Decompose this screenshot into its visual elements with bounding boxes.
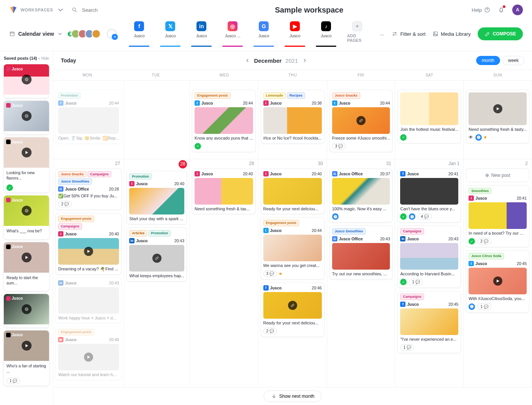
yt-icon: ▶ [58, 337, 63, 342]
saved-post[interactable]: JuscoLooking for new flavors...✓ [4, 137, 49, 192]
svg-point-12 [25, 209, 28, 212]
post-card[interactable]: Promotioni Jusco20:40Start your day with… [127, 171, 187, 225]
saved-post[interactable]: Jusco [4, 101, 49, 134]
calendar-cell[interactable]: Engagement postst Jusco20:44Know any avo… [190, 81, 258, 159]
calendar-cell[interactable]: Jan 1f Jusco20:41Can't have the blues on… [395, 159, 464, 388]
tab-label: Jusco [290, 33, 301, 38]
channel-tab-tw[interactable]: 𝕏Jusco [160, 21, 180, 46]
calendar-cell[interactable]: 28Promotioni Jusco20:40Start your day wi… [124, 159, 190, 388]
channel-tab-yt[interactable]: ▶Jusco [285, 21, 305, 46]
post-thumbnail [195, 107, 253, 134]
chevron-right-icon[interactable] [302, 57, 308, 64]
play-icon [22, 341, 32, 351]
post-card[interactable]: Campaignsf Jusco20:45"I've never experie… [397, 291, 461, 353]
tag-pill: Promotion [148, 230, 171, 237]
channel-tab-fb[interactable]: fJusco [129, 21, 149, 46]
calendar-cell[interactable]: Need something fresh & tasty...👁🕒 [464, 81, 532, 159]
post-time: 20:43 [380, 237, 390, 241]
tw-icon: t [469, 261, 474, 266]
post-card[interactable]: ArticlesPromotionin Jusco20:43What keeps… [127, 227, 187, 281]
calendar-cell[interactable]: Jusco Snackst Jusco20:44Freeze some #Jus… [327, 81, 396, 159]
post-card[interactable]: i Jusco20:40Need something fresh & tas..… [192, 168, 256, 214]
scheduled-badge: 🕒 [332, 213, 339, 220]
month-pill[interactable]: month [476, 56, 500, 65]
calendar-cell[interactable]: 2⊕ New postSmoothiesi Jusco20:41In need … [464, 159, 532, 388]
post-card[interactable]: Engagement postst Jusco20:44Know any avo… [192, 90, 256, 152]
calendar-cell[interactable]: 30i Jusco20:40Ready for your next delici… [258, 159, 327, 388]
ig-icon: i [263, 171, 269, 176]
post-card[interactable]: Smoothiesi Jusco20:41In need of a boost?… [466, 185, 529, 248]
post-card[interactable]: Jusco SnacksCampaignsJusco SmoothiesG Ju… [55, 168, 122, 210]
week-pill[interactable]: week [502, 56, 524, 65]
more-menu[interactable]: … [380, 31, 385, 37]
tw-icon: t [195, 100, 200, 106]
period-switch: month week [476, 56, 524, 65]
post-thumbnail [263, 107, 322, 134]
show-next-month[interactable]: Show next month [264, 391, 322, 402]
svg-point-0 [73, 8, 76, 11]
channel-tab-tk[interactable]: ♪Jusco [316, 21, 336, 46]
compose-button[interactable]: COMPOSE [478, 27, 523, 40]
post-card[interactable]: Promotionf Jusco20:44Open. 🥤Sip. 😊Smile.… [55, 90, 122, 144]
svg-point-9 [26, 115, 27, 117]
post-thumbnail [400, 178, 458, 205]
help-link[interactable]: Help [472, 7, 490, 13]
new-post-button[interactable]: ⊕ New post [466, 168, 529, 182]
media-library[interactable]: Media Library [432, 31, 471, 37]
channel-tab-ig[interactable]: ◎Jusco ... [222, 21, 243, 46]
svg-point-6 [434, 33, 435, 33]
post-card[interactable]: f Jusco20:46Ready for your next deliciou… [261, 283, 325, 337]
post-card[interactable]: G Jusco Office20:37100% magic. Now it's … [329, 168, 393, 223]
logo[interactable]: WORKSPACES [9, 6, 65, 14]
post-card[interactable]: Engagement posts▶ Jusco20:40Watch our tu… [55, 326, 122, 380]
post-card[interactable]: Campaignsin Jusco20:43According to Harva… [397, 226, 461, 288]
saved-post[interactable]: Jusco [4, 294, 49, 327]
post-card[interactable]: f Jusco20:41Can't have the blues once y.… [397, 168, 461, 223]
calendar-cell[interactable]: Join the hottest music festival...✓ [395, 81, 464, 159]
avatar[interactable]: A [512, 5, 523, 15]
search[interactable] [71, 7, 147, 13]
g-icon: G [332, 236, 337, 241]
calendar-cell[interactable]: 27Jusco SnacksCampaignsJusco SmoothiesG … [53, 159, 124, 388]
channel-tab-li[interactable]: inJusco [191, 21, 212, 46]
play-icon [22, 253, 32, 262]
post-card[interactable]: Engagement postsCampaignsi Jusco20:40Dre… [55, 213, 122, 274]
post-thumbnail [263, 292, 322, 319]
tw-icon: 𝕏 [165, 21, 175, 31]
post-card[interactable]: Need something fresh & tasty...👁🕒 [466, 90, 529, 143]
saved-post[interactable]: Jusco [4, 64, 49, 98]
post-card[interactable]: LemonadeRecipesi Jusco20:38#Ice or No Ic… [261, 90, 325, 144]
target-icon [22, 206, 32, 216]
calendar-cell[interactable]: 29i Jusco20:40Need something fresh & tas… [190, 159, 258, 388]
search-input[interactable] [81, 7, 147, 13]
calendar-cell[interactable]: 31G Jusco Office20:37100% magic. Now it'… [327, 159, 396, 388]
post-card[interactable]: Engagement postst Jusco20:44We wanna see… [261, 217, 325, 280]
calendar-cell[interactable]: LemonadeRecipesi Jusco20:38#Ice or No Ic… [258, 81, 327, 159]
hide-sidebar[interactable]: « Hide [38, 56, 49, 60]
scheduled-badge: 🕒 [469, 303, 475, 310]
view-switcher[interactable]: Calendar view [9, 31, 63, 37]
post-card[interactable]: in Jusco20:43Work happy hour + Jusco = d… [55, 278, 122, 324]
fb-icon: f [400, 302, 405, 307]
saved-post[interactable]: JuscoWhat's ___ nna be? [4, 195, 49, 239]
post-card[interactable]: Join the hottest music festival...✓ [397, 90, 461, 143]
add-collaborator[interactable] [107, 29, 117, 39]
post-time: 20:40 [109, 337, 119, 342]
post-card[interactable]: Jusco SmoothiesG Jusco Office20:43Try ou… [329, 226, 393, 280]
chevron-left-icon[interactable] [244, 57, 250, 64]
channel-tab-g[interactable]: GJusco [253, 21, 274, 46]
today-button[interactable]: Today [61, 57, 76, 64]
add-pages-button[interactable]: ＋ADD PAGES [347, 21, 367, 46]
notifications[interactable] [498, 6, 505, 14]
post-card[interactable]: Jusco Citrus Sodat Jusco20:45With #Jusco… [466, 250, 529, 313]
saved-post[interactable]: JuscoWho's a fan of starting ...1 💬 [4, 330, 49, 386]
calendar-cell[interactable] [124, 81, 190, 159]
post-card[interactable]: Jusco Snackst Jusco20:44Freeze some #Jus… [329, 90, 393, 152]
post-card[interactable]: i Jusco20:40Ready for your next deliciou… [261, 168, 325, 214]
calendar-cell[interactable]: Promotionf Jusco20:44Open. 🥤Sip. 😊Smile.… [53, 81, 124, 159]
saved-posts-title: Saved posts (14) [4, 56, 37, 60]
collab-avatars[interactable]: 3 [69, 29, 101, 38]
saved-post[interactable]: JuscoReady to start the sum... [4, 242, 49, 291]
filter-sort[interactable]: Filter & sort [392, 31, 425, 37]
tk-icon: ♪ [321, 21, 331, 31]
